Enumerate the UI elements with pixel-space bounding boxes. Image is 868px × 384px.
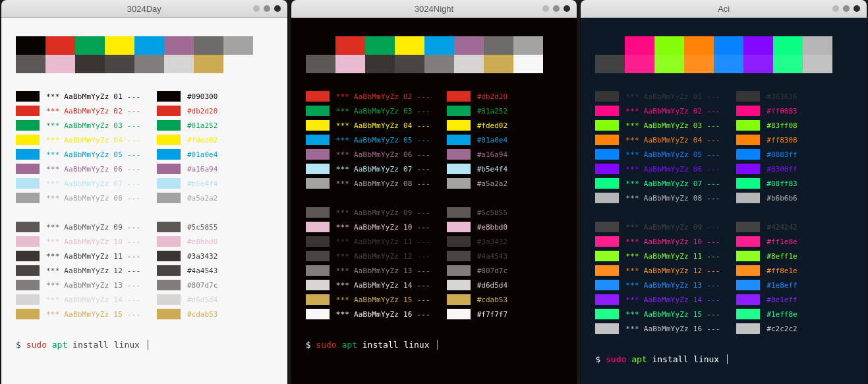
sample-text: *** AaBbMmYyZz 03 --- — [625, 121, 731, 130]
sample-text: *** AaBbMmYyZz 02 --- — [46, 107, 152, 115]
sample-text: *** AaBbMmYyZz 12 --- — [625, 267, 731, 275]
maximize-icon[interactable] — [264, 5, 270, 12]
palette-swatch — [625, 36, 654, 55]
palette-swatch — [306, 55, 335, 73]
color-row: *** AaBbMmYyZz 16 ---#f7f7f7 — [306, 308, 563, 320]
prompt-sudo: sudo — [606, 354, 631, 364]
hex-label: #fded02 — [477, 121, 507, 130]
color-swatch-dup — [447, 207, 471, 218]
color-swatch-dup — [157, 164, 181, 174]
minimize-icon[interactable] — [253, 5, 260, 12]
hex-label: #1eff8e — [767, 310, 797, 319]
prompt-rest: install linux — [362, 340, 435, 350]
palette-swatch — [164, 36, 194, 55]
palette-swatch — [395, 36, 424, 55]
sample-text: *** AaBbMmYyZz 01 --- — [625, 92, 731, 101]
palette-swatch — [714, 36, 743, 55]
hex-label: #ff8e1e — [767, 267, 797, 275]
close-icon[interactable] — [854, 5, 860, 12]
hex-label: #fded02 — [187, 136, 217, 144]
prompt-sudo: sudo — [26, 340, 52, 350]
color-swatch-dup — [736, 106, 760, 116]
color-swatch — [595, 265, 619, 276]
color-swatch — [595, 106, 619, 116]
hex-label: #a16a94 — [187, 165, 217, 174]
prompt-symbol: $ — [595, 354, 606, 364]
palette-swatch — [194, 55, 223, 73]
color-row: *** AaBbMmYyZz 15 ---#1eff8e — [595, 308, 852, 320]
window-controls — [253, 5, 281, 12]
palette-swatch — [16, 36, 45, 55]
hex-label: #4a4543 — [477, 252, 507, 261]
shell-prompt[interactable]: $ sudo apt install linux — [306, 340, 563, 350]
hex-label: #cdab53 — [187, 310, 217, 319]
maximize-icon[interactable] — [553, 5, 560, 12]
color-row: *** AaBbMmYyZz 04 ---#fded02 — [16, 134, 273, 146]
color-row: *** AaBbMmYyZz 02 ---#ff0883 — [595, 105, 852, 117]
hex-label: #363636 — [767, 92, 797, 101]
palette-grid — [595, 36, 832, 73]
color-swatch — [595, 149, 619, 160]
hex-label: #d6d5d4 — [477, 281, 507, 290]
palette-swatch — [684, 55, 714, 73]
palette-grid — [16, 36, 253, 73]
color-swatch — [306, 149, 330, 160]
palette-swatch — [454, 55, 484, 73]
hex-label: #01a252 — [477, 107, 507, 115]
hex-label: #ff1e8e — [767, 238, 797, 246]
color-swatch — [16, 106, 40, 116]
color-swatch — [306, 207, 330, 218]
hex-label: #01a0e4 — [477, 136, 507, 144]
minimize-icon[interactable] — [832, 5, 839, 12]
sample-text: *** AaBbMmYyZz 07 --- — [46, 179, 152, 188]
palette-swatch — [424, 36, 454, 55]
color-row: *** AaBbMmYyZz 10 ---#e8bbd0 — [16, 236, 273, 247]
palette-swatch — [625, 55, 654, 73]
hex-label: #db2d20 — [477, 92, 507, 101]
window-title: Aci — [581, 4, 867, 14]
color-swatch-dup — [157, 193, 181, 203]
terminal-body: *** AaBbMmYyZz 02 ---#db2d20*** AaBbMmYy… — [291, 18, 577, 384]
color-row: *** AaBbMmYyZz 14 ---#d6d5d4 — [16, 294, 273, 305]
palette-swatch — [134, 55, 164, 73]
close-icon[interactable] — [564, 5, 570, 12]
sample-text: *** AaBbMmYyZz 12 --- — [336, 252, 442, 261]
close-icon[interactable] — [274, 5, 281, 12]
color-swatch — [16, 236, 40, 247]
color-row: *** AaBbMmYyZz 06 ---#8308ff — [595, 163, 852, 175]
window-controls — [542, 5, 570, 12]
color-swatch — [306, 91, 330, 102]
color-row: *** AaBbMmYyZz 15 ---#cdab53 — [306, 294, 563, 305]
shell-prompt[interactable]: $ sudo apt install linux — [595, 354, 852, 364]
color-swatch — [306, 222, 330, 232]
palette-swatch — [365, 36, 395, 55]
sample-text: *** AaBbMmYyZz 04 --- — [336, 121, 442, 130]
color-swatch — [595, 120, 619, 131]
sample-text: *** AaBbMmYyZz 04 --- — [46, 136, 152, 144]
palette-swatch — [513, 55, 543, 73]
color-swatch-dup — [736, 91, 760, 102]
prompt-apt: apt — [341, 340, 362, 350]
color-row: *** AaBbMmYyZz 01 ---#090300 — [16, 90, 273, 102]
sample-text: *** AaBbMmYyZz 13 --- — [625, 281, 731, 290]
palette-swatch — [75, 36, 105, 55]
minimize-icon[interactable] — [542, 5, 549, 12]
color-row: *** AaBbMmYyZz 03 ---#83ff08 — [595, 119, 852, 131]
color-swatch — [16, 120, 40, 131]
cursor-icon — [727, 354, 728, 364]
color-swatch-dup — [157, 178, 181, 189]
color-swatch — [595, 309, 619, 319]
sample-text: *** AaBbMmYyZz 06 --- — [46, 165, 152, 174]
color-swatch — [595, 323, 619, 334]
color-swatch-dup — [736, 193, 760, 203]
maximize-icon[interactable] — [843, 5, 850, 12]
sample-text: *** AaBbMmYyZz 13 --- — [336, 267, 442, 275]
sample-text: *** AaBbMmYyZz 16 --- — [625, 325, 731, 333]
hex-label: #a5a2a2 — [477, 179, 507, 188]
color-swatch — [595, 178, 619, 189]
shell-prompt[interactable]: $ sudo apt install linux — [16, 340, 273, 350]
color-swatch-dup — [736, 178, 760, 189]
color-row: *** AaBbMmYyZz 14 ---#8e1eff — [595, 294, 852, 305]
color-row: *** AaBbMmYyZz 12 ---#4a4543 — [16, 265, 273, 276]
color-row: *** AaBbMmYyZz 05 ---#0883ff — [595, 148, 852, 160]
